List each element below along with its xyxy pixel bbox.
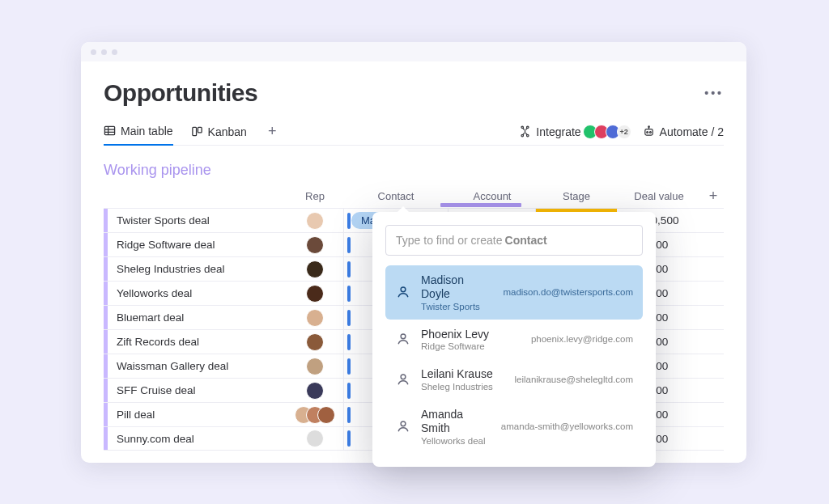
avatar xyxy=(306,309,324,327)
contact-option-name: Madison Doyle xyxy=(421,273,493,301)
group-title[interactable]: Working pipeline xyxy=(104,162,724,179)
svg-point-6 xyxy=(521,126,523,128)
contact-option-email: phoenix.levy@ridge.com xyxy=(531,334,633,344)
svg-rect-5 xyxy=(198,127,202,133)
avatar xyxy=(306,236,324,254)
svg-rect-4 xyxy=(192,127,196,135)
deal-name-cell[interactable]: Yelloworks deal xyxy=(104,282,287,305)
deal-name-cell[interactable]: Pill deal xyxy=(104,403,287,426)
toolbar-right: Integrate +2 Automate / 2 xyxy=(519,125,724,139)
svg-point-17 xyxy=(401,375,406,379)
contact-indicator-bar xyxy=(347,334,351,350)
contact-indicator-bar xyxy=(347,261,351,277)
window-titlebar xyxy=(81,42,746,61)
kanban-icon xyxy=(191,125,203,138)
contact-option[interactable]: Madison DoyleTwister Sportsmadison.do@tw… xyxy=(385,265,643,320)
automate-label: Automate / 2 xyxy=(660,125,724,138)
page-title: Opportunities xyxy=(104,79,257,107)
deal-name-cell[interactable]: Twister Sports deal xyxy=(104,209,287,232)
contact-option-list: Madison DoyleTwister Sportsmadison.do@tw… xyxy=(385,265,643,454)
svg-point-18 xyxy=(401,421,406,426)
col-rep[interactable]: Rep xyxy=(287,190,343,202)
deal-name-cell[interactable]: Ridge Software deal xyxy=(104,233,287,256)
rep-cell[interactable] xyxy=(287,212,343,230)
search-placeholder-entity: Contact xyxy=(505,234,547,247)
avatar xyxy=(306,430,324,447)
more-menu-button[interactable]: ••• xyxy=(704,83,724,103)
avatar xyxy=(306,285,324,303)
integrate-label: Integrate xyxy=(536,125,580,138)
col-value[interactable]: Deal value xyxy=(617,190,701,202)
integrate-button[interactable]: Integrate +2 xyxy=(519,125,631,139)
automate-button[interactable]: Automate / 2 xyxy=(643,125,724,138)
svg-point-14 xyxy=(648,126,649,128)
col-stage[interactable]: Stage xyxy=(536,190,617,202)
svg-point-15 xyxy=(401,287,406,292)
contact-option-name: Leilani Krause xyxy=(421,367,504,381)
contact-option-info: Leilani KrauseSheleg Industries xyxy=(421,367,504,392)
contact-option-email: amanda-smith@yelloworks.com xyxy=(501,421,633,431)
contact-option-email: leilanikrause@shelegltd.com xyxy=(514,375,633,384)
svg-point-16 xyxy=(401,334,406,339)
deal-name-cell[interactable]: SFF Cruise deal xyxy=(104,379,287,402)
contact-option-name: Phoenix Levy xyxy=(421,328,521,341)
contact-option[interactable]: Leilani KrauseSheleg Industriesleilanikr… xyxy=(385,359,643,400)
tab-label: Main table xyxy=(121,125,173,138)
deal-name-cell[interactable]: Bluemart deal xyxy=(104,306,287,329)
add-view-button[interactable]: + xyxy=(265,123,280,140)
contact-search-input[interactable]: Type to find or create Contact xyxy=(385,225,643,256)
contact-option-info: Amanda SmithYelloworks deal xyxy=(421,408,491,446)
rep-cell[interactable] xyxy=(287,236,343,254)
person-icon xyxy=(395,331,411,347)
avatar xyxy=(317,406,335,424)
tab-main-table[interactable]: Main table xyxy=(104,118,173,146)
rep-cell[interactable] xyxy=(287,309,343,327)
stage-underline-highlight xyxy=(440,203,521,207)
deal-name-cell[interactable]: Zift Records deal xyxy=(104,330,287,354)
app-window: Opportunities ••• Main table Kanban + In… xyxy=(81,42,746,463)
avatar xyxy=(306,358,324,375)
deal-name-cell[interactable]: Sunny.com deal xyxy=(104,427,287,450)
search-placeholder-prefix: Type to find or create xyxy=(396,234,503,247)
deal-name-cell[interactable]: Waissman Gallery deal xyxy=(104,354,287,378)
deal-name-cell[interactable]: Sheleg Industries deal xyxy=(104,257,287,281)
contact-option-name: Amanda Smith xyxy=(421,408,491,435)
contact-picker-popover: Type to find or create Contact Madison D… xyxy=(372,212,656,467)
svg-point-8 xyxy=(521,134,523,136)
integrate-icon xyxy=(519,125,531,138)
svg-point-12 xyxy=(649,132,651,133)
contact-option-company: Sheleg Industries xyxy=(421,382,504,392)
avatar xyxy=(306,333,324,351)
rep-cell[interactable] xyxy=(287,430,343,447)
avatar xyxy=(306,260,324,278)
tab-label: Kanban xyxy=(208,125,247,138)
rep-cell[interactable] xyxy=(287,358,343,375)
integration-more-badge[interactable]: +2 xyxy=(617,125,631,139)
contact-indicator-bar xyxy=(347,358,351,375)
tab-kanban[interactable]: Kanban xyxy=(191,118,247,146)
robot-icon xyxy=(643,125,655,138)
svg-point-7 xyxy=(527,126,529,128)
add-column-button[interactable]: + xyxy=(701,188,725,205)
contact-indicator-bar xyxy=(347,407,351,423)
contact-indicator-bar xyxy=(347,310,351,326)
table-icon xyxy=(104,125,116,137)
person-icon xyxy=(395,371,411,388)
traffic-light-dot xyxy=(101,49,107,55)
rep-cell[interactable] xyxy=(287,382,343,400)
person-icon xyxy=(395,284,411,300)
rep-cell[interactable] xyxy=(287,285,343,303)
contact-option[interactable]: Phoenix LevyRidge Softwarephoenix.levy@r… xyxy=(385,320,643,360)
page-header: Opportunities ••• xyxy=(104,79,724,107)
contact-option-company: Twister Sports xyxy=(421,302,493,311)
contact-option-company: Yelloworks deal xyxy=(421,436,491,446)
view-tabs-row: Main table Kanban + Integrate +2 xyxy=(104,118,724,146)
col-contact[interactable]: Contact xyxy=(343,190,449,202)
col-account[interactable]: Account xyxy=(449,190,536,202)
traffic-light-dot xyxy=(91,49,96,55)
rep-cell[interactable] xyxy=(287,260,343,278)
integration-badges: +2 xyxy=(586,125,631,139)
rep-cell[interactable] xyxy=(287,333,343,351)
rep-cell[interactable] xyxy=(287,406,343,424)
contact-option[interactable]: Amanda SmithYelloworks dealamanda-smith@… xyxy=(385,400,643,454)
